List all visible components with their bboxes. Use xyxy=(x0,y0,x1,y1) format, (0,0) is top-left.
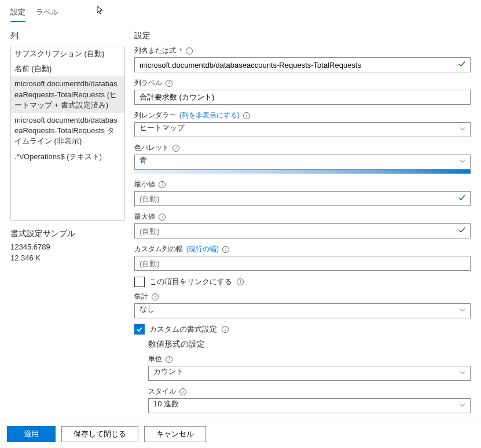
check-icon xyxy=(458,60,466,70)
tab-settings[interactable]: 設定 xyxy=(10,5,25,22)
unit-label: 単位 xyxy=(148,354,162,364)
info-icon[interactable]: i xyxy=(166,80,172,87)
required-mark: * xyxy=(179,47,182,55)
custom-format-checkbox[interactable] xyxy=(134,324,145,335)
tabs: 設定 ラベル xyxy=(0,0,481,23)
unit-select[interactable]: カウント xyxy=(148,366,471,381)
format-sample-value: 12.346 K xyxy=(10,254,125,262)
current-width-link[interactable]: (現行の幅) xyxy=(186,244,219,254)
number-format-title: 数値形式の設定 xyxy=(148,339,471,350)
style-label: スタイル xyxy=(148,387,176,396)
aggregation-label: 集計 xyxy=(134,292,148,302)
palette-select[interactable]: 青 xyxy=(134,155,471,170)
apply-button[interactable]: 適用 xyxy=(7,426,56,442)
column-item[interactable]: 名前 (自動) xyxy=(11,61,124,76)
column-item[interactable]: microsoft.documentdb/databaseaRequests-T… xyxy=(11,76,124,113)
info-icon[interactable]: i xyxy=(222,326,229,333)
info-icon[interactable]: i xyxy=(179,388,186,395)
info-icon[interactable]: i xyxy=(159,214,166,221)
columns-title: 列 xyxy=(10,31,125,41)
settings-title: 設定 xyxy=(134,31,471,41)
custom-format-label: カスタムの書式設定 xyxy=(149,324,217,335)
cancel-button[interactable]: キャンセル xyxy=(144,426,206,442)
format-sample-title: 書式設定サンプル xyxy=(10,229,125,239)
max-input[interactable] xyxy=(134,223,471,238)
info-icon[interactable]: i xyxy=(243,112,250,119)
link-item-label: この項目をリンクにする xyxy=(149,277,232,287)
width-label: カスタム列の幅 xyxy=(134,244,183,254)
info-icon[interactable]: i xyxy=(222,246,229,253)
check-icon xyxy=(458,226,466,236)
tab-labels[interactable]: ラベル xyxy=(36,5,58,22)
info-icon[interactable]: i xyxy=(159,181,166,188)
max-label: 最大値 xyxy=(134,212,155,222)
style-select[interactable]: 10 進数 xyxy=(148,398,471,413)
column-label-input[interactable] xyxy=(134,90,471,105)
info-icon[interactable]: i xyxy=(166,356,172,363)
hide-column-link[interactable]: (列を非表示にする) xyxy=(179,111,240,120)
save-close-button[interactable]: 保存して閉じる xyxy=(61,426,138,442)
info-icon[interactable]: i xyxy=(186,47,193,54)
renderer-label: 列レンダラー xyxy=(134,111,176,120)
check-icon xyxy=(458,194,466,204)
format-sample-value: 12345.6789 xyxy=(10,243,125,251)
column-label-label: 列ラベル xyxy=(134,78,162,88)
width-input[interactable] xyxy=(134,256,471,271)
renderer-select[interactable]: ヒートマップ xyxy=(134,122,471,137)
info-icon[interactable]: i xyxy=(237,278,244,285)
column-list: サブスクリプション (自動) 名前 (自動) microsoft.documen… xyxy=(10,46,125,221)
column-name-input[interactable] xyxy=(134,57,471,72)
info-icon[interactable]: i xyxy=(152,293,159,300)
column-item[interactable]: サブスクリプション (自動) xyxy=(11,46,124,61)
min-label: 最小値 xyxy=(134,179,155,189)
cursor-icon xyxy=(97,6,104,15)
info-icon[interactable]: i xyxy=(172,145,179,152)
aggregation-select[interactable]: なし xyxy=(134,303,471,318)
palette-preview xyxy=(134,169,471,174)
link-item-checkbox[interactable] xyxy=(134,277,145,287)
column-item[interactable]: .*\/Operations$ (テキスト) xyxy=(11,149,124,164)
column-name-label: 列名または式 xyxy=(134,46,176,56)
footer: 適用 保存して閉じる キャンセル xyxy=(0,420,481,448)
min-input[interactable] xyxy=(134,191,471,206)
column-item[interactable]: microsoft.documentdb/databaseaRequests-T… xyxy=(11,113,124,149)
palette-label: 色パレット xyxy=(134,143,169,153)
